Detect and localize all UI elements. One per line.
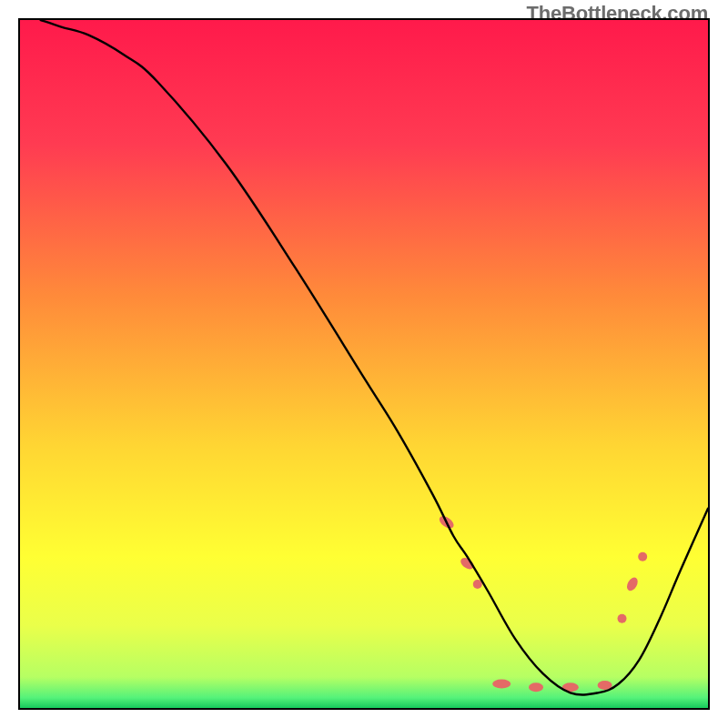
curve-marker — [638, 552, 647, 561]
plot-curve-layer — [20, 20, 708, 708]
bottleneck-curve — [41, 20, 708, 695]
curve-marker — [625, 575, 641, 592]
curve-marker — [618, 614, 627, 623]
markers-group — [437, 514, 647, 693]
curve-marker — [492, 680, 511, 689]
chart-container: TheBottleneck.com — [0, 0, 728, 728]
curve-marker — [529, 682, 543, 692]
plot-frame — [18, 18, 710, 710]
